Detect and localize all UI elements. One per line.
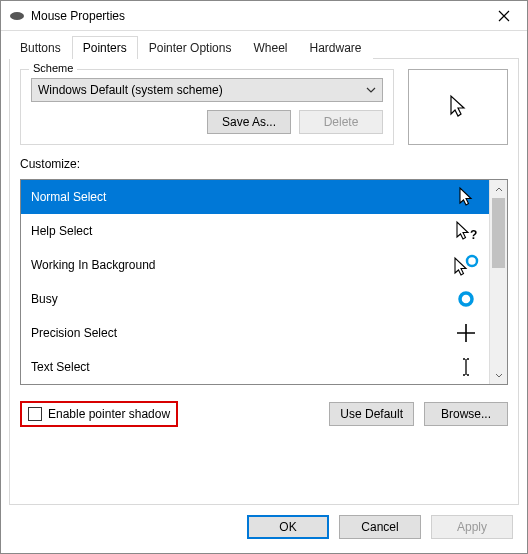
busy-cursor-icon [453, 290, 479, 308]
cursor-preview [408, 69, 508, 145]
list-item[interactable]: Help Select ? [21, 214, 489, 248]
tab-wheel[interactable]: Wheel [242, 36, 298, 59]
chevron-up-icon [495, 187, 503, 192]
arrow-cursor-icon [449, 94, 467, 120]
tab-pointer-options[interactable]: Pointer Options [138, 36, 243, 59]
list-item[interactable]: Busy [21, 282, 489, 316]
tab-pointers[interactable]: Pointers [72, 36, 138, 59]
window-title: Mouse Properties [31, 9, 481, 23]
save-as-button[interactable]: Save As... [207, 110, 291, 134]
text-cursor-icon [453, 357, 479, 377]
tabs: Buttons Pointers Pointer Options Wheel H… [1, 31, 527, 58]
scroll-thumb[interactable] [492, 198, 505, 268]
cursor-list: Normal Select Help Select ? Working In B… [20, 179, 508, 385]
scrollbar[interactable] [489, 180, 507, 384]
scheme-select[interactable]: Windows Default (system scheme) [31, 78, 383, 102]
titlebar: Mouse Properties [1, 1, 527, 31]
scroll-up-button[interactable] [490, 180, 507, 198]
bottom-row: Enable pointer shadow Use Default Browse… [20, 401, 508, 427]
cursor-name: Help Select [31, 224, 92, 238]
dialog-footer: OK Cancel Apply [1, 505, 527, 553]
enable-shadow-checkbox[interactable] [28, 407, 42, 421]
list-item[interactable]: Text Select [21, 350, 489, 384]
tab-hardware[interactable]: Hardware [298, 36, 372, 59]
arrow-cursor-icon [453, 186, 479, 208]
scheme-buttons: Save As... Delete [31, 110, 383, 134]
chevron-down-icon [366, 87, 376, 93]
cursor-name: Working In Background [31, 258, 156, 272]
use-default-button[interactable]: Use Default [329, 402, 414, 426]
close-button[interactable] [481, 1, 527, 31]
enable-shadow-highlight: Enable pointer shadow [20, 401, 178, 427]
scroll-down-button[interactable] [490, 366, 507, 384]
mouse-icon [9, 8, 25, 24]
chevron-down-icon [495, 373, 503, 378]
scheme-row: Scheme Windows Default (system scheme) S… [20, 69, 508, 145]
cursor-name: Normal Select [31, 190, 106, 204]
svg-point-2 [467, 256, 477, 266]
precision-cursor-icon [453, 323, 479, 343]
scroll-track[interactable] [490, 198, 507, 366]
background-cursor-icon [453, 254, 479, 276]
cursor-name: Busy [31, 292, 58, 306]
help-cursor-icon: ? [453, 220, 479, 242]
ok-button[interactable]: OK [247, 515, 329, 539]
cancel-button[interactable]: Cancel [339, 515, 421, 539]
list-item[interactable]: Working In Background [21, 248, 489, 282]
browse-button[interactable]: Browse... [424, 402, 508, 426]
apply-button: Apply [431, 515, 513, 539]
scheme-group: Scheme Windows Default (system scheme) S… [20, 69, 394, 145]
cursor-list-inner: Normal Select Help Select ? Working In B… [21, 180, 489, 384]
scheme-selected-value: Windows Default (system scheme) [38, 83, 223, 97]
svg-point-3 [460, 293, 472, 305]
mouse-properties-window: Mouse Properties Buttons Pointers Pointe… [0, 0, 528, 554]
close-icon [498, 10, 510, 22]
enable-shadow-label: Enable pointer shadow [48, 407, 170, 421]
cursor-name: Precision Select [31, 326, 117, 340]
tab-body: Scheme Windows Default (system scheme) S… [9, 58, 519, 505]
tab-buttons[interactable]: Buttons [9, 36, 72, 59]
delete-button: Delete [299, 110, 383, 134]
customize-label: Customize: [20, 157, 508, 171]
scheme-legend: Scheme [29, 62, 77, 74]
cursor-name: Text Select [31, 360, 90, 374]
svg-text:?: ? [470, 228, 477, 242]
list-item[interactable]: Normal Select [21, 180, 489, 214]
list-item[interactable]: Precision Select [21, 316, 489, 350]
svg-point-0 [10, 12, 24, 20]
